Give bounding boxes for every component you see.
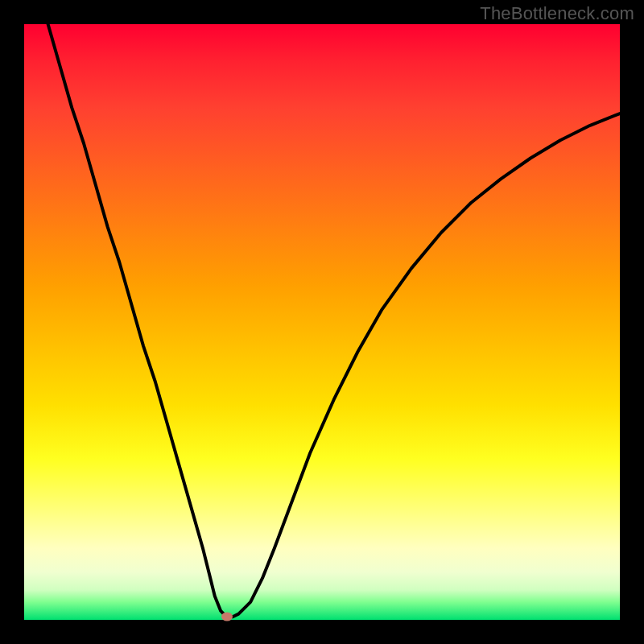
watermark-text: TheBottleneck.com — [480, 3, 634, 24]
chart-container: TheBottleneck.com — [0, 0, 644, 644]
optimum-marker — [221, 613, 233, 621]
plot-area — [24, 24, 620, 620]
curve-svg — [24, 24, 620, 620]
bottleneck-curve — [48, 24, 620, 617]
